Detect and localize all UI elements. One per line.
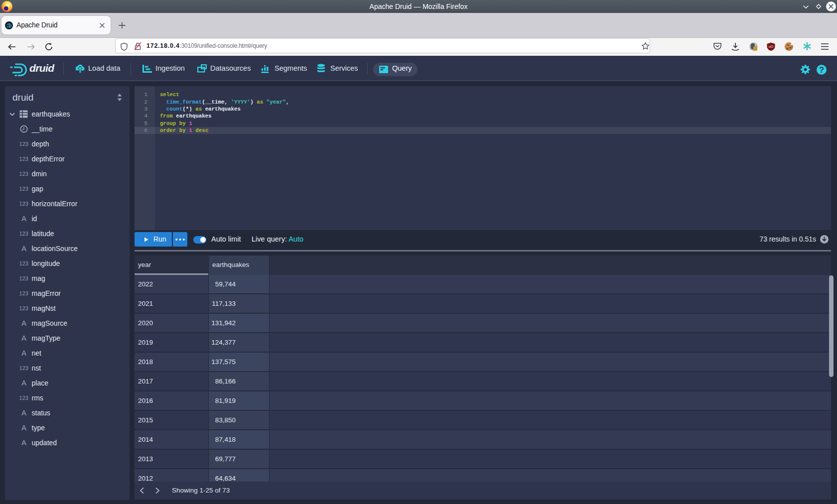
- svg-text:uO: uO: [769, 45, 774, 48]
